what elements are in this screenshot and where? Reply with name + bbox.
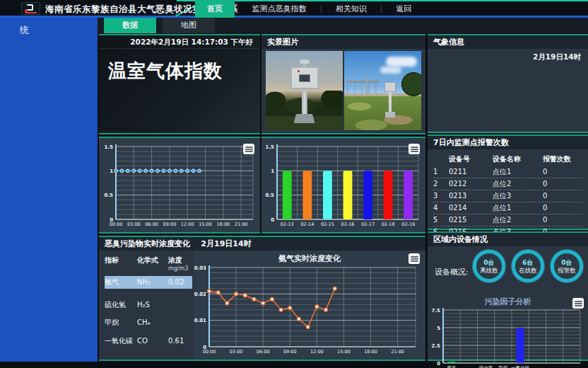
chart-menu-icon[interactable] xyxy=(408,144,420,154)
svg-text:06:00: 06:00 xyxy=(257,349,270,355)
pollution-factor-title: 污染因子分析 xyxy=(428,297,588,306)
svg-text:一氧化碳: 一氧化碳 xyxy=(511,365,530,368)
alarm-table-row: 10211点位10 xyxy=(433,166,582,178)
device-status-header: 区域内设备情况 xyxy=(428,233,588,247)
odor-row-1[interactable]: 硫化氢H₂S xyxy=(105,299,192,311)
odor-row-3[interactable]: 一氧化碳CO0.61 xyxy=(105,335,192,347)
alarm-count-panel: 7日内监测点报警次数 设备号设备名称报警次数10211点位1020212点位20… xyxy=(428,134,588,230)
chart-menu-icon[interactable] xyxy=(243,144,254,154)
nav-item-2[interactable]: 相关知识 xyxy=(324,0,379,18)
greenhouse-index-chart: 00.511.500:0003:0006:0009:0012:0015:0018… xyxy=(99,138,257,231)
weather-info-header: 气象信息 xyxy=(428,35,588,50)
svg-text:21:00: 21:00 xyxy=(391,349,404,355)
svg-text:02-15: 02-15 xyxy=(321,222,334,227)
svg-text:09:00: 09:00 xyxy=(283,349,297,355)
pollution-factor-area: 污染因子分析 02.557.5氨气硫化氢甲烷一氧化碳 xyxy=(428,297,588,368)
svg-text:0.02: 0.02 xyxy=(194,292,206,297)
svg-text:02-13: 02-13 xyxy=(281,222,294,227)
odor-concentration-panel: 恶臭污染物实时浓度变化 2月19日14时 指标 化学式 浓度 mg/m3 氨气N… xyxy=(99,236,425,361)
svg-text:03:00: 03:00 xyxy=(127,222,141,227)
svg-text:03:00: 03:00 xyxy=(230,349,243,355)
app-logo[interactable] xyxy=(21,2,40,15)
tabbar: 数据地图 xyxy=(98,18,588,33)
concentration-unit: mg/m3 xyxy=(168,265,194,272)
nav-item-0[interactable]: 首页 xyxy=(195,0,235,18)
svg-text:21:00: 21:00 xyxy=(235,222,248,227)
greenhouse-line-chart-panel: 00.511.500:0003:0006:0009:0012:0015:0018… xyxy=(99,137,260,234)
svg-text:09:00: 09:00 xyxy=(163,222,177,227)
svg-text:7.5: 7.5 xyxy=(432,308,441,314)
svg-text:1.5: 1.5 xyxy=(266,144,275,150)
device-stat-circle-0: 0台离线数 xyxy=(473,250,505,282)
alarm-table-row: 30213点位30 xyxy=(433,190,582,202)
nav: 首页|监测点恶臭指数|相关知识|返回 xyxy=(195,0,423,18)
svg-text:02-14: 02-14 xyxy=(300,222,314,227)
daily-index-bar-chart: 00.511.502-1302-1402-1502-1602-1702-1802… xyxy=(261,138,423,231)
alarm-count-header: 7日内监测点报警次数 xyxy=(428,136,588,150)
alarm-table-row: 20212点位20 xyxy=(433,178,582,190)
odor-row-0[interactable]: 氨气NH₃0.02 xyxy=(105,276,192,289)
svg-text:氨气: 氨气 xyxy=(447,365,457,368)
svg-text:硫化氢: 硫化氢 xyxy=(478,365,493,368)
svg-text:02-19: 02-19 xyxy=(401,222,415,227)
svg-text:0: 0 xyxy=(271,217,274,223)
odor-table-columns: 指标 化学式 浓度 xyxy=(105,255,192,265)
svg-text:18:00: 18:00 xyxy=(216,222,230,227)
nav-separator: | xyxy=(379,5,384,13)
greenhouse-index-panel: 2022年2月19日 14:17:03 下午好 温室气体指数 xyxy=(99,34,260,134)
chart-menu-icon[interactable] xyxy=(408,253,420,264)
svg-text:02-17: 02-17 xyxy=(361,222,375,227)
tab-0[interactable]: 数据 xyxy=(104,18,156,33)
svg-text:12:00: 12:00 xyxy=(310,349,324,355)
nav-item-3[interactable]: 返回 xyxy=(384,0,423,18)
svg-text:02-18: 02-18 xyxy=(382,222,395,227)
odor-panel-header: 恶臭污染物实时浓度变化 2月19日14时 xyxy=(99,237,425,251)
datetime-text: 2022年2月19日 14:17:03 下午好 xyxy=(99,35,260,49)
monitoring-station-dusk-photo xyxy=(266,51,343,130)
greenhouse-index-title: 温室气体指数 xyxy=(108,59,260,84)
alarm-table-row: 40214点位10 xyxy=(433,202,582,214)
svg-text:5: 5 xyxy=(437,326,440,331)
weather-time: 2月19日14时 xyxy=(428,50,588,62)
svg-text:0: 0 xyxy=(437,361,440,367)
logo-subtext xyxy=(25,12,37,13)
scene-photos-panel: 实景图片 xyxy=(261,34,425,134)
alarm-table: 设备号设备名称报警次数10211点位1020212点位2030213点位3040… xyxy=(428,150,588,238)
sidebar: 统 xyxy=(0,18,98,362)
device-overview-label: 设备概况: xyxy=(435,267,469,277)
app-title-wrapped: 统 xyxy=(0,18,98,37)
svg-text:0.5: 0.5 xyxy=(266,192,275,198)
device-stat-circle-1: 6台在线数 xyxy=(512,250,544,282)
monitoring-station-field-photo xyxy=(344,51,421,130)
device-stat-circle-2: 0台报警数 xyxy=(551,250,583,282)
svg-text:2.5: 2.5 xyxy=(432,343,441,349)
nav-separator: | xyxy=(318,5,323,13)
svg-text:0.5: 0.5 xyxy=(105,192,114,198)
svg-text:甲烷: 甲烷 xyxy=(498,365,508,368)
svg-text:1: 1 xyxy=(271,168,274,174)
svg-text:1.5: 1.5 xyxy=(105,144,114,150)
odor-unit-row: mg/m3 xyxy=(105,265,192,272)
daily-bar-chart-panel: 00.511.502-1302-1402-1502-1602-1702-1802… xyxy=(261,137,425,234)
weather-info-panel: 气象信息 2月19日14时 xyxy=(428,34,588,133)
odor-row-2[interactable]: 甲烷CH₄ xyxy=(105,316,192,329)
svg-text:00:00: 00:00 xyxy=(110,222,123,227)
svg-text:06:00: 06:00 xyxy=(145,222,158,227)
svg-text:18:00: 18:00 xyxy=(364,349,377,355)
svg-text:0.01: 0.01 xyxy=(194,318,206,323)
svg-text:0.03: 0.03 xyxy=(194,265,206,271)
odor-panel-title: 恶臭污染物实时浓度变化 xyxy=(105,239,190,248)
nh3-chart-area: 氨气实时浓度变化 00.010.020.0300:0003:0006:0009:… xyxy=(194,251,425,359)
chart-menu-icon[interactable] xyxy=(572,298,584,309)
nav-separator: | xyxy=(235,5,240,13)
tab-1[interactable]: 地图 xyxy=(163,18,215,33)
svg-text:00:00: 00:00 xyxy=(203,349,216,355)
svg-text:02-16: 02-16 xyxy=(341,222,355,227)
svg-text:15:00: 15:00 xyxy=(337,349,351,355)
odor-table: 指标 化学式 浓度 mg/m3 氨气NH₃0.02硫化氢H₂S甲烷CH₄一氧化碳… xyxy=(99,251,194,359)
alarm-table-row: 50215点位20 xyxy=(433,214,582,226)
odor-panel-time: 2月19日14时 xyxy=(201,239,251,248)
nav-item-1[interactable]: 监测点恶臭指数 xyxy=(240,0,318,18)
topbar: 海南省乐东黎族自治县大气恶臭状况实时发布系 首页|监测点恶臭指数|相关知识|返回 xyxy=(0,0,588,18)
nh3-realtime-line-chart: 00.010.020.0300:0003:0006:0009:0012:0015… xyxy=(194,263,424,358)
